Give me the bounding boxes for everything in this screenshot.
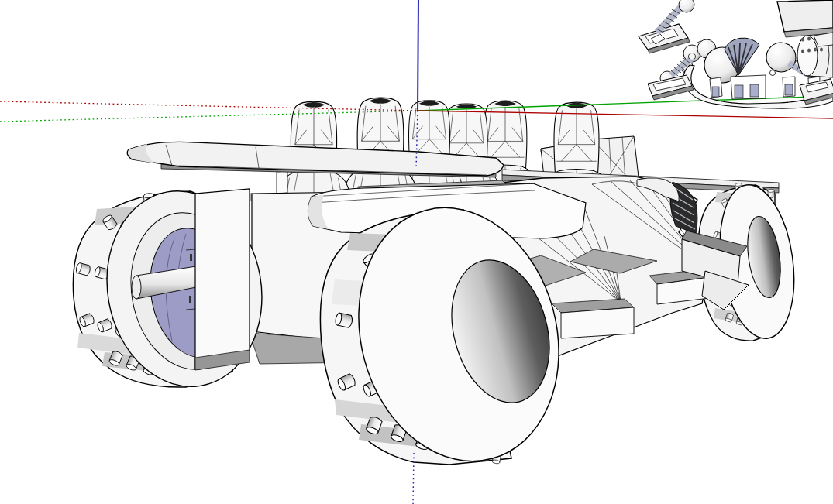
body-side-panel[interactable]	[195, 189, 250, 370]
screw-bracket-upper[interactable]	[639, 0, 707, 53]
scene-canvas[interactable]	[0, 0, 833, 504]
hub-pin	[189, 296, 191, 303]
screw-head	[679, 0, 694, 12]
spare-parts[interactable]	[639, 0, 833, 108]
blue-axis-solid	[418, 0, 418, 111]
vehicle-model[interactable]	[73, 98, 803, 484]
viewport-3d[interactable]	[0, 0, 833, 504]
board-post	[277, 171, 287, 194]
green-axis-dotted	[0, 111, 418, 122]
red-axis-dotted	[0, 101, 418, 111]
hub-pin	[190, 254, 192, 261]
